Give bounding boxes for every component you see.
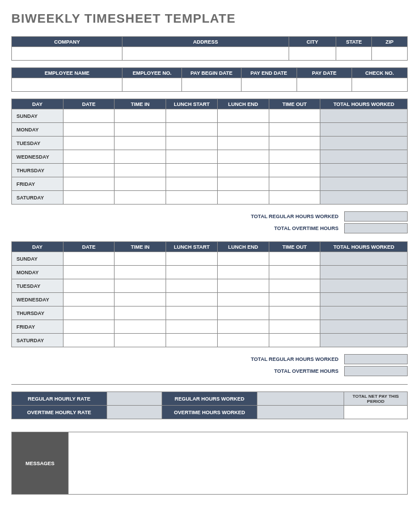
time-cell[interactable]: [166, 177, 218, 191]
total-hours-cell[interactable]: [320, 266, 408, 279]
total-hours-cell[interactable]: [320, 279, 408, 293]
total-hours-cell[interactable]: [320, 137, 408, 150]
total-hours-cell[interactable]: [320, 293, 408, 307]
messages-input[interactable]: [69, 432, 408, 495]
time-cell[interactable]: [63, 252, 115, 266]
time-cell[interactable]: [269, 191, 320, 205]
time-cell[interactable]: [63, 307, 115, 320]
time-cell[interactable]: [63, 137, 115, 150]
time-cell[interactable]: [166, 266, 218, 279]
time-cell[interactable]: [269, 109, 320, 123]
time-cell[interactable]: [63, 293, 115, 307]
time-cell[interactable]: [217, 164, 269, 177]
time-cell[interactable]: [217, 177, 269, 191]
pay-begin-input[interactable]: [182, 78, 242, 92]
time-cell[interactable]: [217, 137, 269, 150]
reg-rate-input[interactable]: [107, 392, 162, 406]
state-input[interactable]: [336, 47, 372, 61]
time-cell[interactable]: [115, 137, 166, 150]
time-cell[interactable]: [217, 279, 269, 293]
time-cell[interactable]: [217, 307, 269, 320]
time-cell[interactable]: [63, 123, 115, 137]
time-cell[interactable]: [63, 334, 115, 347]
total-overtime-box-2[interactable]: [344, 366, 408, 376]
time-cell[interactable]: [166, 252, 218, 266]
total-hours-cell[interactable]: [320, 164, 408, 177]
time-cell[interactable]: [269, 150, 320, 164]
time-cell[interactable]: [217, 123, 269, 137]
total-hours-cell[interactable]: [320, 307, 408, 320]
total-regular-box-2[interactable]: [344, 354, 408, 364]
time-cell[interactable]: [115, 150, 166, 164]
time-cell[interactable]: [269, 293, 320, 307]
time-cell[interactable]: [217, 320, 269, 334]
total-regular-box[interactable]: [344, 211, 408, 222]
time-cell[interactable]: [166, 293, 218, 307]
time-cell[interactable]: [115, 109, 166, 123]
netpay-input[interactable]: [344, 406, 408, 419]
time-cell[interactable]: [63, 266, 115, 279]
time-cell[interactable]: [115, 123, 166, 137]
time-cell[interactable]: [166, 307, 218, 320]
time-cell[interactable]: [269, 164, 320, 177]
time-cell[interactable]: [269, 307, 320, 320]
time-cell[interactable]: [63, 109, 115, 123]
time-cell[interactable]: [115, 191, 166, 205]
total-hours-cell[interactable]: [320, 177, 408, 191]
time-cell[interactable]: [217, 266, 269, 279]
time-cell[interactable]: [166, 109, 218, 123]
time-cell[interactable]: [115, 293, 166, 307]
time-cell[interactable]: [166, 191, 218, 205]
time-cell[interactable]: [115, 164, 166, 177]
time-cell[interactable]: [269, 320, 320, 334]
time-cell[interactable]: [166, 164, 218, 177]
total-hours-cell[interactable]: [320, 191, 408, 205]
time-cell[interactable]: [217, 150, 269, 164]
time-cell[interactable]: [269, 177, 320, 191]
address-input[interactable]: [122, 47, 289, 61]
time-cell[interactable]: [115, 320, 166, 334]
time-cell[interactable]: [115, 334, 166, 347]
time-cell[interactable]: [166, 320, 218, 334]
pay-date-input[interactable]: [297, 78, 352, 92]
time-cell[interactable]: [115, 266, 166, 279]
time-cell[interactable]: [166, 137, 218, 150]
time-cell[interactable]: [269, 334, 320, 347]
total-hours-cell[interactable]: [320, 109, 408, 123]
company-input[interactable]: [12, 47, 122, 61]
time-cell[interactable]: [217, 191, 269, 205]
time-cell[interactable]: [63, 150, 115, 164]
time-cell[interactable]: [166, 150, 218, 164]
time-cell[interactable]: [269, 279, 320, 293]
time-cell[interactable]: [115, 279, 166, 293]
total-hours-cell[interactable]: [320, 334, 408, 347]
total-hours-cell[interactable]: [320, 252, 408, 266]
time-cell[interactable]: [115, 252, 166, 266]
city-input[interactable]: [289, 47, 336, 61]
time-cell[interactable]: [166, 123, 218, 137]
time-cell[interactable]: [63, 164, 115, 177]
time-cell[interactable]: [269, 137, 320, 150]
time-cell[interactable]: [63, 191, 115, 205]
total-hours-cell[interactable]: [320, 320, 408, 334]
pay-end-input[interactable]: [241, 78, 297, 92]
reg-hours-input[interactable]: [257, 392, 344, 406]
time-cell[interactable]: [63, 177, 115, 191]
time-cell[interactable]: [217, 109, 269, 123]
total-hours-cell[interactable]: [320, 123, 408, 137]
time-cell[interactable]: [269, 266, 320, 279]
time-cell[interactable]: [166, 334, 218, 347]
ot-hours-input[interactable]: [257, 406, 344, 419]
time-cell[interactable]: [63, 279, 115, 293]
check-no-input[interactable]: [352, 78, 408, 92]
zip-input[interactable]: [372, 47, 408, 61]
total-hours-cell[interactable]: [320, 150, 408, 164]
time-cell[interactable]: [115, 307, 166, 320]
time-cell[interactable]: [166, 279, 218, 293]
time-cell[interactable]: [269, 252, 320, 266]
ot-rate-input[interactable]: [107, 406, 162, 419]
employee-name-input[interactable]: [12, 78, 122, 92]
time-cell[interactable]: [217, 293, 269, 307]
total-overtime-box[interactable]: [344, 223, 408, 233]
employee-no-input[interactable]: [122, 78, 182, 92]
